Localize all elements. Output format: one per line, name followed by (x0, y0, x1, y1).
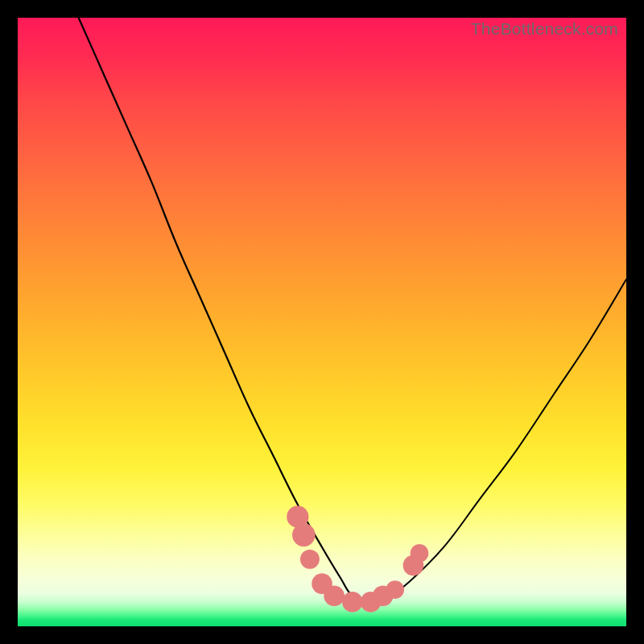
trough-marker (300, 550, 320, 569)
chart-frame: TheBottleneck.com (0, 0, 644, 644)
trough-marker (292, 523, 316, 547)
trough-marker (324, 585, 345, 606)
curve-right-branch (371, 279, 627, 602)
chart-svg (18, 18, 626, 626)
trough-marker (386, 580, 404, 599)
trough-marker (342, 592, 363, 613)
plot-area: TheBottleneck.com (18, 18, 626, 626)
trough-marker (411, 544, 429, 563)
curve-left-branch (79, 18, 371, 602)
